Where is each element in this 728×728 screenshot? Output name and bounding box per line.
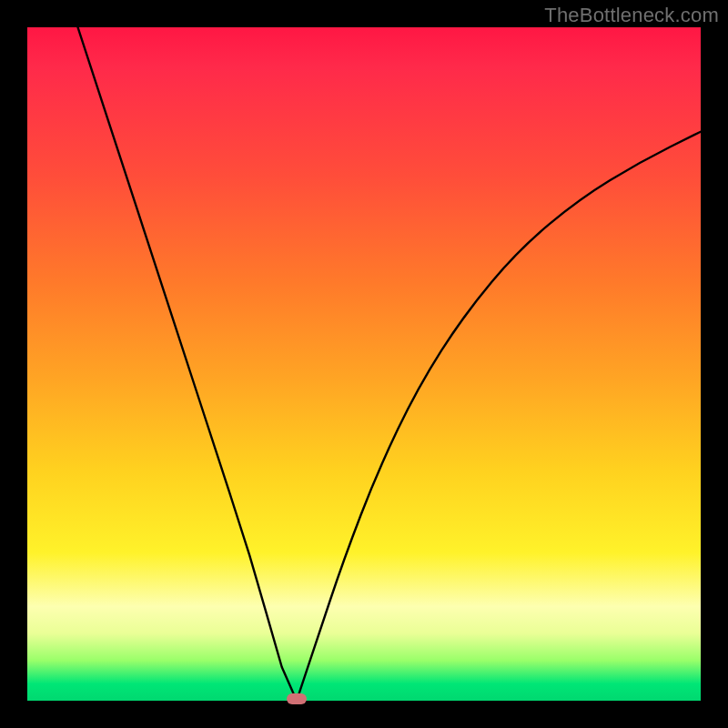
optimum-marker (287, 693, 307, 704)
chart-frame: TheBottleneck.com (0, 0, 728, 728)
bottleneck-curve (27, 27, 701, 701)
watermark-text: TheBottleneck.com (544, 4, 719, 27)
curve-path (78, 27, 702, 701)
plot-area (27, 27, 701, 701)
